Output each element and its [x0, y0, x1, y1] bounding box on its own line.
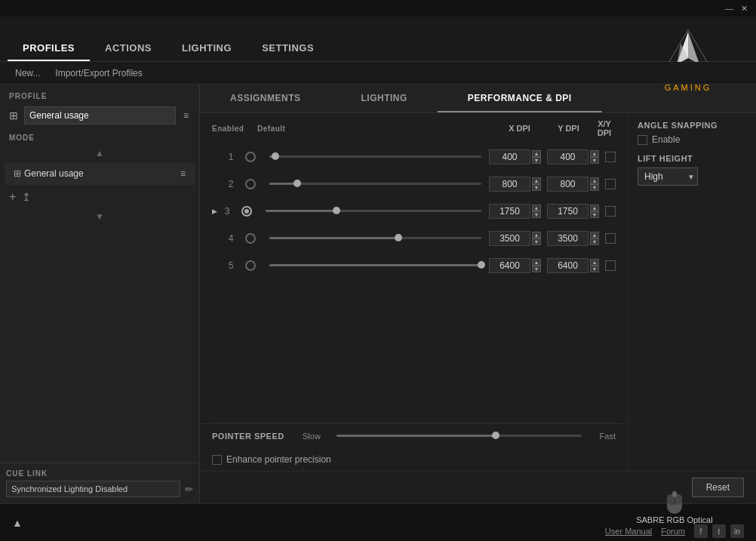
profile-label: PROFILE — [0, 85, 199, 103]
dpi-xdpi-step-up-3[interactable]: ▲ — [532, 204, 541, 211]
device-info — [664, 488, 685, 515]
dpi-xdpi-step-down-1[interactable]: ▼ — [532, 157, 541, 164]
pointer-precision-row: Enhance pointer precision — [200, 448, 628, 471]
facebook-icon[interactable]: f — [694, 524, 708, 538]
dpi-xdpi-step-down-3[interactable]: ▼ — [532, 211, 541, 218]
dpi-xdpi-step-down-2[interactable]: ▼ — [532, 184, 541, 191]
dpi-xdpi-stepper-3: ▲ ▼ — [532, 204, 541, 218]
tab-actions[interactable]: ACTIONS — [90, 36, 167, 61]
tab-lighting[interactable]: LIGHTING — [167, 36, 247, 61]
angle-snapping-enable: Enable — [638, 134, 747, 145]
dpi-track-1 — [269, 155, 481, 158]
dpi-ydpi-step-up-4[interactable]: ▲ — [590, 232, 599, 238]
lift-height-select[interactable]: Low Medium High — [638, 168, 698, 186]
play-icon: ▶ — [212, 207, 217, 215]
dpi-row-enabled-5 — [239, 260, 262, 271]
dpi-xdpi-input-1[interactable] — [489, 149, 530, 164]
dpi-thumb-4[interactable] — [395, 234, 402, 241]
add-mode-btn[interactable]: + — [9, 190, 16, 204]
dpi-slider-1[interactable] — [269, 155, 481, 158]
dpi-link-checkbox-5[interactable] — [605, 260, 616, 271]
import-mode-btn[interactable]: ↥ — [22, 191, 31, 203]
dpi-link-checkbox-3[interactable] — [605, 206, 616, 217]
mode-item-menu[interactable]: ≡ — [180, 168, 186, 179]
scroll-up-btn[interactable]: ▲ — [0, 145, 199, 161]
pointer-precision-checkbox[interactable] — [212, 455, 222, 465]
dpi-row-enabled-1 — [239, 152, 262, 162]
svg-rect-4 — [672, 491, 677, 497]
dpi-xdpi-input-3[interactable] — [489, 204, 530, 219]
twitter-icon[interactable]: t — [712, 524, 726, 538]
dpi-default-radio-2[interactable] — [245, 179, 256, 189]
dpi-ydpi-step-down-2[interactable]: ▼ — [590, 184, 599, 191]
minimize-button[interactable]: — — [721, 0, 737, 17]
dpi-ydpi-step-down-3[interactable]: ▼ — [590, 211, 599, 218]
dpi-link-checkbox-4[interactable] — [605, 233, 616, 244]
mode-item-icon: ⊞ — [14, 168, 21, 179]
angle-snapping-checkbox[interactable] — [638, 135, 647, 145]
tab-assignments[interactable]: ASSIGNMENTS — [200, 85, 331, 112]
dpi-xdpi-input-4[interactable] — [489, 231, 530, 246]
dpi-xdpi-step-up-2[interactable]: ▲ — [532, 177, 541, 184]
dpi-ydpi-step-down-1[interactable]: ▼ — [590, 157, 599, 164]
speed-slider-thumb[interactable] — [492, 432, 499, 439]
dpi-slider-4[interactable] — [269, 237, 481, 240]
mode-item-general[interactable]: ⊞ General usage ≡ — [5, 162, 195, 185]
dpi-ydpi-input-3[interactable] — [547, 204, 589, 219]
dpi-slider-5[interactable] — [269, 264, 481, 267]
dpi-thumb-1[interactable] — [272, 152, 279, 160]
dpi-xdpi-step-down-4[interactable]: ▼ — [532, 238, 541, 245]
dpi-ydpi-step-up-2[interactable]: ▲ — [590, 177, 599, 184]
dpi-xdpi-input-2[interactable] — [489, 177, 530, 192]
tab-performance-dpi[interactable]: PERFORMANCE & DPI — [438, 85, 602, 112]
linkedin-icon[interactable]: in — [730, 524, 744, 538]
status-triangle-btn[interactable]: ▲ — [12, 517, 23, 529]
dpi-ydpi-input-1[interactable] — [547, 149, 589, 164]
dpi-ydpi-step-down-5[interactable]: ▼ — [590, 266, 599, 272]
dpi-default-radio-5[interactable] — [245, 260, 256, 271]
dpi-xdpi-input-5[interactable] — [489, 258, 530, 273]
dpi-thumb-5[interactable] — [478, 261, 485, 269]
dpi-ydpi-step-up-5[interactable]: ▲ — [590, 259, 599, 266]
dpi-thumb-3[interactable] — [333, 207, 340, 214]
pointer-speed-section: POINTER SPEED Slow Fast — [200, 423, 628, 448]
subnav-importexport[interactable]: Import/Export Profiles — [48, 68, 149, 78]
dpi-ydpi-input-5[interactable] — [547, 258, 589, 273]
user-manual-link[interactable]: User Manual — [605, 527, 652, 536]
tab-profiles[interactable]: PROFILES — [8, 36, 90, 61]
dpi-default-radio-3[interactable] — [241, 206, 252, 217]
profile-menu-btn[interactable]: ≡ — [179, 109, 193, 122]
dpi-xdpi-step-up-5[interactable]: ▲ — [532, 259, 541, 266]
dpi-ydpi-input-4[interactable] — [547, 231, 589, 246]
dpi-fill-3 — [266, 210, 337, 212]
dpi-col-enabled: Enabled — [212, 124, 257, 133]
dpi-link-checkbox-1[interactable] — [605, 152, 616, 162]
dpi-ydpi-input-2[interactable] — [547, 177, 589, 192]
dpi-ydpi-step-up-3[interactable]: ▲ — [590, 204, 599, 211]
profile-select[interactable]: General usage — [24, 106, 176, 124]
dpi-xdpi-step-down-5[interactable]: ▼ — [532, 266, 541, 272]
tab-settings[interactable]: SETTINGS — [247, 36, 329, 61]
cue-link-edit-btn[interactable]: ✏ — [185, 484, 193, 495]
dpi-slider-2[interactable] — [269, 183, 481, 186]
scroll-down-btn[interactable]: ▼ — [0, 208, 199, 225]
close-button[interactable]: ✕ — [737, 0, 751, 17]
subnav-new[interactable]: New... — [8, 68, 48, 78]
tab-panel-lighting[interactable]: LIGHTING — [331, 85, 438, 112]
dpi-xdpi-step-up-4[interactable]: ▲ — [532, 232, 541, 238]
cue-link-select[interactable]: Synchronized Lighting Disabled — [6, 481, 180, 497]
dpi-slider-3[interactable] — [266, 210, 481, 213]
sub-nav: New... Import/Export Profiles — [0, 62, 756, 85]
mode-actions: + ↥ — [0, 186, 199, 208]
forum-link[interactable]: Forum — [661, 527, 685, 536]
pointer-speed-slider[interactable] — [337, 435, 582, 438]
dpi-thumb-2[interactable] — [293, 180, 301, 187]
dpi-link-checkbox-2[interactable] — [605, 179, 616, 189]
dpi-ydpi-step-up-1[interactable]: ▲ — [590, 150, 599, 157]
dpi-default-radio-4[interactable] — [245, 233, 256, 244]
dpi-fill-5 — [269, 264, 481, 266]
dpi-row-num-1: 1 — [223, 152, 239, 162]
dpi-xdpi-step-up-1[interactable]: ▲ — [532, 150, 541, 157]
dpi-default-radio-1[interactable] — [245, 152, 256, 162]
dpi-ydpi-step-down-4[interactable]: ▼ — [590, 238, 599, 245]
